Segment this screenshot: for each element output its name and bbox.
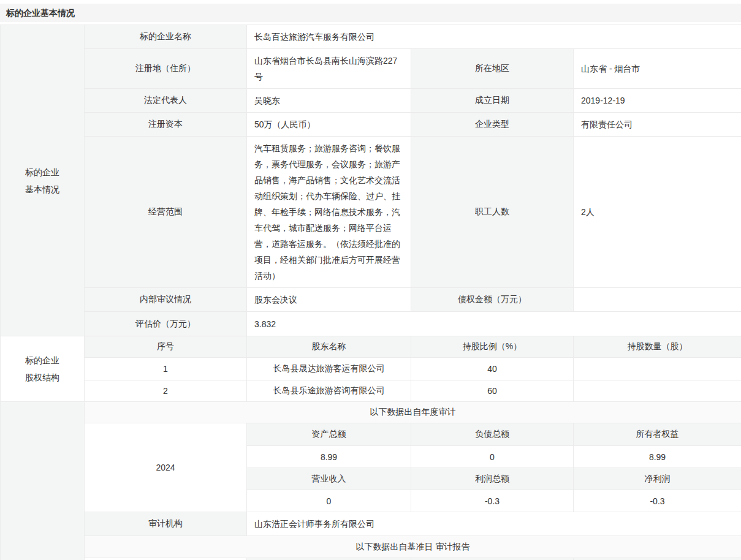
total-assets-value: 8.99 <box>247 446 411 468</box>
equity-row-2: 2 长岛县乐途旅游咨询有限公司 60 <box>1 380 741 402</box>
debt-amount-label: 债权金额（万元） <box>411 288 574 312</box>
row-business-scope: 经营范围 汽车租赁服务；旅游服务咨询；餐饮服务，票务代理服务，会议服务；旅游产品… <box>1 137 741 288</box>
page-title: 标的企业基本情况 <box>0 4 741 22</box>
row-internal-review: 内部审议情况 股东会决议 债权金额（万元） <box>1 288 741 312</box>
baseline-owner-equity-header: 所有者权益 <box>574 558 741 560</box>
evaluation-price-value: 3.832 <box>247 312 741 336</box>
internal-review-value: 股东会决议 <box>247 288 411 312</box>
staff-count-value: 2人 <box>574 137 741 288</box>
equity-col-shareholder: 股东名称 <box>247 336 411 358</box>
equity-row1-index: 1 <box>85 358 247 380</box>
basic-info-section-label-line2: 基本情况 <box>1 181 83 198</box>
revenue-header: 营业收入 <box>247 468 411 490</box>
region-label: 所在地区 <box>411 49 574 89</box>
equity-row2-shares <box>574 380 741 402</box>
row-equity-header: 标的企业 股权结构 序号 股东名称 持股比例（%） 持股数量（股） <box>1 336 741 358</box>
total-assets-header: 资产总额 <box>247 423 411 446</box>
financial-section-sidebar <box>1 402 85 560</box>
row-capital: 注册资本 50万（人民币） 企业类型 有限责任公司 <box>1 113 741 137</box>
baseline-total-liabilities-header: 负债总额 <box>411 558 574 560</box>
net-profit-header: 净利润 <box>574 468 741 490</box>
row-baseline-headers: 资产总额 负债总额 所有者权益 <box>1 558 741 560</box>
row-auditor: 审计机构 山东浩正会计师事务所有限公司 <box>1 512 741 536</box>
equity-row2-index: 2 <box>85 380 247 402</box>
internal-review-label: 内部审议情况 <box>85 288 247 312</box>
company-name-value: 长岛百达旅游汽车服务有限公司 <box>247 25 741 49</box>
equity-row2-shareholder: 长岛县乐途旅游咨询有限公司 <box>247 380 411 402</box>
equity-row1-shareholder: 长岛县晟达旅游客运有限公司 <box>247 358 411 380</box>
equity-row2-ratio: 60 <box>411 380 574 402</box>
row-company-name: 标的企业 基本情况 标的企业名称 长岛百达旅游汽车服务有限公司 <box>1 25 741 49</box>
row-evaluation-price: 评估价（万元） 3.832 <box>1 312 741 336</box>
equity-section-label: 标的企业 股权结构 <box>1 336 85 402</box>
region-value: 山东省 - 烟台市 <box>574 49 741 89</box>
equity-section-label-line2: 股权结构 <box>1 369 83 386</box>
establish-date-value: 2019-12-19 <box>574 89 741 113</box>
owner-equity-header: 所有者权益 <box>574 423 741 446</box>
baseline-empty-cell <box>85 558 247 560</box>
equity-row-1: 1 长岛县晟达旅游客运有限公司 40 <box>1 358 741 380</box>
legal-representative-value: 吴晓东 <box>247 89 411 113</box>
row-baseline-audit-title: 以下数据出自基准日 审计报告 <box>1 536 741 558</box>
registered-address-label: 注册地（住所） <box>85 49 247 89</box>
evaluation-price-label: 评估价（万元） <box>85 312 247 336</box>
basic-info-section-label-line1: 标的企业 <box>1 164 83 181</box>
equity-row1-ratio: 40 <box>411 358 574 380</box>
total-liabilities-header: 负债总额 <box>411 423 574 446</box>
company-type-value: 有限责任公司 <box>574 113 741 137</box>
company-info-table: 标的企业 基本情况 标的企业名称 长岛百达旅游汽车服务有限公司 注册地（住所） … <box>0 25 741 560</box>
debt-amount-value <box>574 288 741 312</box>
establish-date-label: 成立日期 <box>411 89 574 113</box>
equity-section-label-line1: 标的企业 <box>1 352 83 369</box>
net-profit-value: -0.3 <box>574 490 741 512</box>
row-annual-audit-title: 以下数据出自年度审计 <box>1 402 741 423</box>
annual-audit-title: 以下数据出自年度审计 <box>85 402 741 423</box>
company-name-label: 标的企业名称 <box>85 25 247 49</box>
registered-capital-value: 50万（人民币） <box>247 113 411 137</box>
equity-col-index: 序号 <box>85 336 247 358</box>
auditor-value: 山东浩正会计师事务所有限公司 <box>247 512 741 536</box>
row-address: 注册地（住所） 山东省烟台市长岛县南长山海滨路227号 所在地区 山东省 - 烟… <box>1 49 741 89</box>
total-liabilities-value: 0 <box>411 446 574 468</box>
revenue-value: 0 <box>247 490 411 512</box>
fiscal-year: 2024 <box>85 423 247 512</box>
row-annual-headers-1: 2024 资产总额 负债总额 所有者权益 <box>1 423 741 446</box>
company-type-label: 企业类型 <box>411 113 574 137</box>
owner-equity-value: 8.99 <box>574 446 741 468</box>
equity-col-ratio: 持股比例（%） <box>411 336 574 358</box>
legal-representative-label: 法定代表人 <box>85 89 247 113</box>
auditor-label: 审计机构 <box>85 512 247 536</box>
total-profit-header: 利润总额 <box>411 468 574 490</box>
row-legal-rep: 法定代表人 吴晓东 成立日期 2019-12-19 <box>1 89 741 113</box>
equity-row1-shares <box>574 358 741 380</box>
registered-capital-label: 注册资本 <box>85 113 247 137</box>
registered-address-value: 山东省烟台市长岛县南长山海滨路227号 <box>247 49 411 89</box>
staff-count-label: 职工人数 <box>411 137 574 288</box>
equity-col-shares: 持股数量（股） <box>574 336 741 358</box>
baseline-total-assets-header: 资产总额 <box>247 558 411 560</box>
business-scope-label: 经营范围 <box>85 137 247 288</box>
business-scope-value: 汽车租赁服务；旅游服务咨询；餐饮服务，票务代理服务，会议服务；旅游产品销售，海产… <box>247 137 411 288</box>
basic-info-section-label: 标的企业 基本情况 <box>1 25 85 336</box>
baseline-audit-title: 以下数据出自基准日 审计报告 <box>85 536 741 558</box>
total-profit-value: -0.3 <box>411 490 574 512</box>
